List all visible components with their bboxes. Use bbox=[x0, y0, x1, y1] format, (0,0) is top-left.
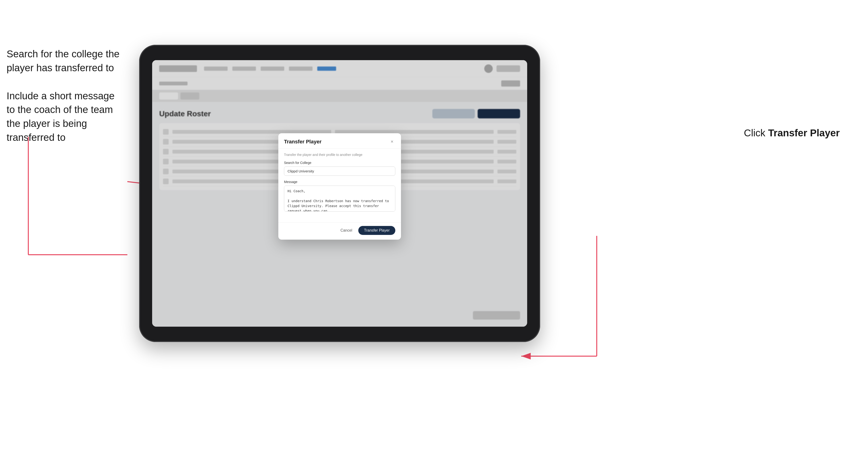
cancel-button[interactable]: Cancel bbox=[337, 226, 355, 235]
modal-header: Transfer Player × bbox=[278, 133, 401, 149]
transfer-player-button[interactable]: Transfer Player bbox=[358, 226, 395, 235]
annotation-line-5: the player is being bbox=[7, 117, 129, 131]
modal-overlay: Transfer Player × Transfer the player an… bbox=[152, 60, 527, 326]
college-form-group: Search for College bbox=[284, 161, 395, 176]
modal-close-button[interactable]: × bbox=[389, 138, 395, 145]
message-form-group: Message bbox=[284, 180, 395, 213]
modal-body: Transfer the player and their profile to… bbox=[278, 149, 401, 222]
annotation-line-1: Search for the college the bbox=[7, 47, 129, 61]
message-textarea[interactable] bbox=[284, 186, 395, 212]
modal-title: Transfer Player bbox=[284, 139, 321, 145]
annotation-right-bold: Transfer Player bbox=[768, 127, 840, 138]
ipad-screen: Update Roster bbox=[152, 60, 527, 326]
annotation-line-6: transferred to bbox=[7, 131, 129, 145]
annotation-left: Search for the college the player has tr… bbox=[7, 47, 129, 145]
close-icon: × bbox=[391, 139, 394, 144]
annotation-line-3: Include a short message bbox=[7, 89, 129, 103]
college-search-input[interactable] bbox=[284, 166, 395, 176]
message-label: Message bbox=[284, 180, 395, 184]
modal-subtitle: Transfer the player and their profile to… bbox=[284, 153, 395, 157]
transfer-player-modal: Transfer Player × Transfer the player an… bbox=[278, 133, 401, 240]
ipad-frame: Update Roster bbox=[139, 45, 540, 342]
annotation-line-2: player has transferred to bbox=[7, 61, 129, 75]
modal-footer: Cancel Transfer Player bbox=[278, 222, 401, 240]
annotation-right: Click Transfer Player bbox=[744, 127, 840, 139]
annotation-line-4: to the coach of the team bbox=[7, 103, 129, 117]
annotation-right-prefix: Click bbox=[744, 127, 768, 138]
college-label: Search for College bbox=[284, 161, 395, 165]
